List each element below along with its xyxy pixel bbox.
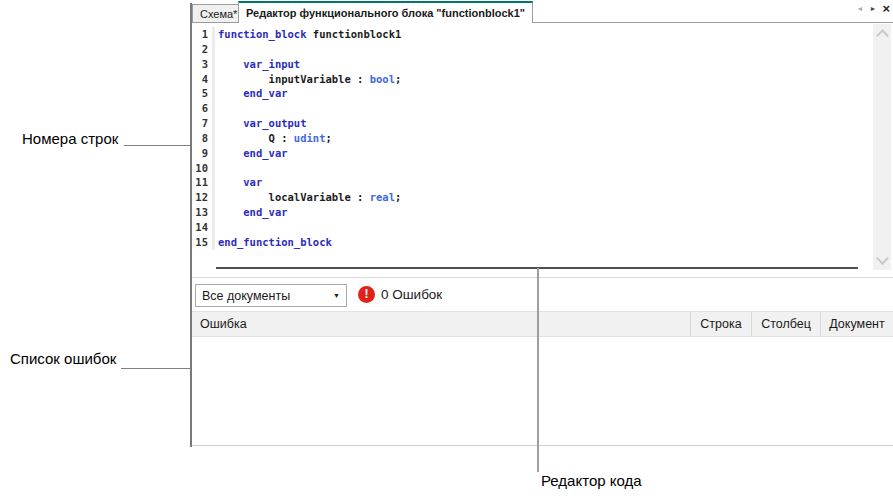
error-table-body[interactable]	[192, 337, 893, 445]
close-tab-icon[interactable]: ×	[882, 3, 890, 15]
code-line[interactable]: 7 var_output	[192, 116, 871, 131]
code-line-text: end_var	[215, 205, 288, 220]
callout-line-code-editor	[537, 268, 539, 472]
line-number: 8	[192, 131, 215, 146]
column-header-document[interactable]: Документ	[820, 312, 893, 336]
code-line-text	[215, 220, 218, 235]
code-line-text	[215, 161, 218, 176]
code-line-text: var_output	[215, 116, 307, 131]
code-line-text: var	[215, 175, 262, 190]
code-line-text: end_var	[215, 86, 288, 101]
code-line[interactable]: 11 var	[192, 175, 871, 190]
editor-vertical-scrollbar[interactable]	[873, 24, 891, 270]
line-number: 10	[192, 161, 215, 176]
code-line-text: end_var	[215, 146, 288, 161]
code-line[interactable]: 13 end_var	[192, 205, 871, 220]
code-line[interactable]: 6	[192, 101, 871, 116]
line-number: 11	[192, 175, 215, 190]
line-number: 12	[192, 190, 215, 205]
annotation-line-numbers: Номера строк	[22, 130, 118, 147]
column-header-column[interactable]: Столбец	[751, 312, 820, 336]
scroll-tabs-left-icon[interactable]: ◄	[857, 3, 864, 15]
line-number: 2	[192, 42, 215, 57]
code-editor[interactable]: 1function_block functionblock123 var_inp…	[192, 24, 871, 268]
line-number: 4	[192, 72, 215, 87]
column-header-line[interactable]: Строка	[690, 312, 751, 336]
tab-schema-label: Схема*	[200, 8, 237, 20]
tab-functionblock-editor[interactable]: Редактор функционального блока "function…	[238, 1, 533, 23]
scrollbar-up-icon[interactable]	[876, 29, 889, 42]
code-line[interactable]: 15end_function_block	[192, 235, 871, 250]
code-line[interactable]: 2	[192, 42, 871, 57]
code-line[interactable]: 10	[192, 161, 871, 176]
code-line-text: Q : udint;	[215, 131, 332, 146]
error-table-header: Ошибка Строка Столбец Документ	[192, 311, 893, 337]
annotation-code-editor: Редактор кода	[541, 472, 642, 489]
code-line[interactable]: 5 end_var	[192, 86, 871, 101]
code-line[interactable]: 3 var_input	[192, 57, 871, 72]
code-line-text: function_block functionblock1	[215, 27, 401, 42]
annotation-error-list: Список ошибок	[10, 350, 116, 367]
line-number: 5	[192, 86, 215, 101]
line-number: 14	[192, 220, 215, 235]
code-line-text: inputVariable : bool;	[215, 72, 401, 87]
code-line[interactable]: 4 inputVariable : bool;	[192, 72, 871, 87]
line-number: 13	[192, 205, 215, 220]
line-number: 7	[192, 116, 215, 131]
code-line-text	[215, 101, 218, 116]
code-line[interactable]: 8 Q : udint;	[192, 131, 871, 146]
code-line[interactable]: 1function_block functionblock1	[192, 27, 871, 42]
document-filter-value: Все документы	[202, 289, 290, 303]
callout-line-error-list	[121, 368, 190, 369]
code-line-text: localVariable : real;	[215, 190, 401, 205]
line-number: 15	[192, 235, 215, 250]
line-number: 1	[192, 27, 215, 42]
chevron-down-icon: ▼	[333, 292, 340, 299]
line-number: 6	[192, 101, 215, 116]
error-status-icon: !	[358, 286, 375, 303]
document-filter-dropdown[interactable]: Все документы ▼	[195, 284, 347, 307]
error-count-label: 0 Ошибок	[381, 287, 442, 302]
screenshot-canvas: Схема* Редактор функционального блока "f…	[0, 0, 893, 500]
code-line[interactable]: 12 localVariable : real;	[192, 190, 871, 205]
scroll-tabs-right-icon[interactable]: ►	[869, 3, 876, 15]
code-line-text: end_function_block	[215, 235, 332, 250]
scrollbar-down-icon[interactable]	[876, 252, 889, 265]
column-header-error[interactable]: Ошибка	[192, 312, 690, 336]
error-panel-toolbar: Все документы ▼ ! 0 Ошибок	[192, 278, 893, 311]
line-number: 3	[192, 57, 215, 72]
tab-functionblock-editor-label: Редактор функционального блока "function…	[246, 7, 525, 19]
error-list-panel: Все документы ▼ ! 0 Ошибок Ошибка Строка…	[192, 277, 893, 446]
callout-line-line-numbers	[124, 145, 190, 146]
line-number: 9	[192, 146, 215, 161]
code-line-text: var_input	[215, 57, 300, 72]
code-line-text	[215, 42, 218, 57]
code-line[interactable]: 9 end_var	[192, 146, 871, 161]
code-line[interactable]: 14	[192, 220, 871, 235]
tab-navigation-controls: ◄ ► ×	[857, 3, 890, 15]
